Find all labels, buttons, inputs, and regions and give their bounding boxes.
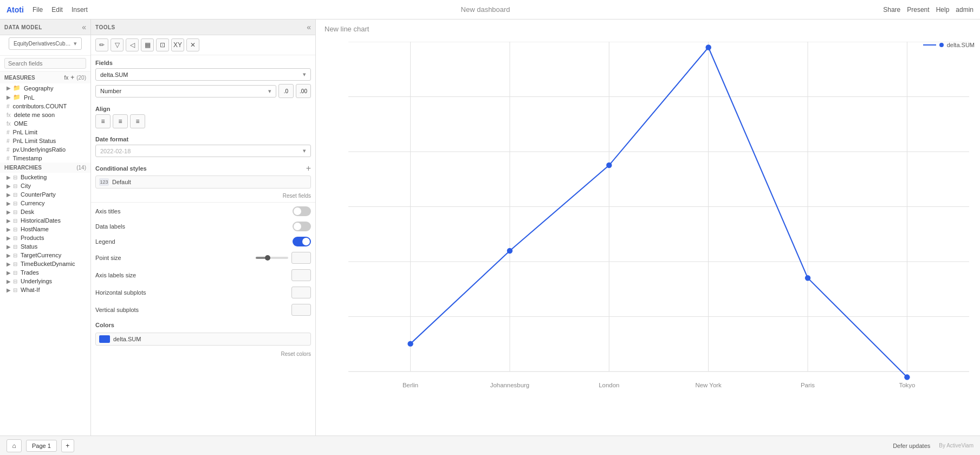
- svg-text:Berlin: Berlin: [403, 382, 418, 388]
- xy-tool-btn[interactable]: XY: [171, 38, 184, 51]
- menu-file[interactable]: File: [33, 6, 43, 14]
- hier-historical[interactable]: ▶ ⊟ HistoricalDates: [0, 216, 90, 225]
- conditional-default-row: 123 Default: [95, 176, 311, 188]
- share-button[interactable]: Share: [883, 6, 900, 14]
- datasource-dropdown[interactable]: EquityDerivativesCube - R... ▾: [9, 37, 82, 50]
- by-activview-label: By ActiveViam: [939, 443, 973, 448]
- hier-targetcurrency[interactable]: ▶ ⊟ TargetCurrency: [0, 251, 90, 259]
- menu-insert[interactable]: Insert: [72, 6, 88, 14]
- hier-timebucket[interactable]: ▶ ⊟ TimeBucketDynamic: [0, 259, 90, 268]
- fx-btn[interactable]: fx: [64, 75, 68, 81]
- topbar: Atoti File Edit Insert New dashboard Sha…: [0, 0, 980, 20]
- measure-contributors[interactable]: # contributors.COUNT: [0, 102, 90, 110]
- fields-dropdown[interactable]: delta.SUM ▾: [95, 68, 311, 81]
- pnl-limit-label: PnL Limit: [13, 129, 37, 135]
- horizontal-subplots-row: Horizontal subplots 6: [91, 284, 315, 301]
- format-dot0-btn[interactable]: .0: [278, 84, 294, 98]
- hier-desk[interactable]: ▶ ⊟ Desk: [0, 207, 90, 216]
- hier-underlyings[interactable]: ▶ ⊟ Underlyings: [0, 277, 90, 285]
- contributors-label: contributors.COUNT: [13, 103, 67, 109]
- hash-pls: #: [7, 138, 10, 144]
- hier-whatif[interactable]: ▶ ⊟ What-If: [0, 285, 90, 294]
- add-conditional-btn[interactable]: +: [306, 164, 311, 173]
- point-size-fill: [256, 257, 265, 259]
- page-label: Page 1: [32, 443, 51, 449]
- pv-label: pv.UnderlyingsRatio: [13, 146, 66, 153]
- whatif-label: What-If: [21, 287, 40, 293]
- tools-panel: TOOLS « ✏ ▽ ◁ ▦ ⊡ XY ✕ Fields delta.SUM …: [91, 20, 316, 435]
- hier-city[interactable]: ▶ ⊟ City: [0, 181, 90, 190]
- hier-counterparty[interactable]: ▶ ⊟ CounterParty: [0, 190, 90, 199]
- sort-tool-btn[interactable]: ◁: [126, 38, 139, 51]
- measures-actions: fx + (20): [64, 74, 86, 81]
- legend-text: delta.SUM: [947, 42, 975, 48]
- folder-symbol: 📁: [13, 84, 21, 92]
- point-size-input[interactable]: 4: [291, 252, 311, 264]
- date-format-value: 2022-02-18: [100, 148, 131, 154]
- menu-edit[interactable]: Edit: [51, 6, 63, 14]
- point-tokyo: [904, 374, 910, 380]
- edit-tool-btn[interactable]: ✏: [95, 38, 108, 51]
- hier-status[interactable]: ▶ ⊟ Status: [0, 242, 90, 251]
- measure-pnl-limit[interactable]: # PnL Limit: [0, 128, 90, 136]
- reset-colors-link[interactable]: Reset colors: [91, 349, 315, 359]
- hier-currency[interactable]: ▶ ⊟ Currency: [0, 199, 90, 207]
- measure-delete[interactable]: fx delete me soon: [0, 110, 90, 119]
- folder-symbol-pnl: 📁: [13, 94, 21, 101]
- add-measure-btn[interactable]: +: [70, 74, 74, 81]
- status-label: Status: [21, 243, 37, 250]
- reset-fields-link[interactable]: Reset fields: [91, 191, 315, 201]
- defer-updates-btn[interactable]: Defer updates: [893, 443, 930, 449]
- hash-pv: #: [7, 147, 10, 153]
- measure-ome[interactable]: fx OME: [0, 119, 90, 128]
- measures-pnl[interactable]: ▶ 📁 PnL: [0, 93, 90, 102]
- date-format-dropdown[interactable]: 2022-02-18 ▾: [95, 145, 311, 157]
- measure-timestamp[interactable]: # Timestamp: [0, 154, 90, 162]
- vertical-subplots-row: Vertical subplots 6: [91, 301, 315, 318]
- legend-toggle[interactable]: [293, 237, 311, 246]
- hash-pnl: #: [7, 129, 10, 135]
- hier-trades[interactable]: ▶ ⊟ Trades: [0, 268, 90, 277]
- home-btn[interactable]: ⌂: [7, 439, 22, 452]
- pnl-limit-status-label: PnL Limit Status: [13, 138, 56, 144]
- help-button[interactable]: Help: [936, 6, 950, 14]
- hier-hostname[interactable]: ▶ ⊟ HostName: [0, 225, 90, 233]
- page-tab[interactable]: Page 1: [26, 440, 57, 452]
- table-tool-btn[interactable]: ▦: [141, 38, 154, 51]
- axis-titles-toggle[interactable]: [293, 206, 311, 216]
- point-size-track[interactable]: [256, 257, 288, 259]
- hier-bucketing[interactable]: ▶ ⊟ Bucketing: [0, 173, 90, 181]
- align-left-btn[interactable]: ≡: [95, 114, 111, 128]
- hierarchies-list: ▶ ⊟ Bucketing ▶ ⊟ City ▶ ⊟ CounterParty …: [0, 173, 90, 294]
- measures-geography[interactable]: ▶ 📁 Geography: [0, 83, 90, 93]
- point-johannesburg: [507, 248, 512, 253]
- format-dot00-btn[interactable]: .00: [296, 84, 311, 98]
- vertical-subplots-input[interactable]: 6: [291, 304, 311, 316]
- measure-pv[interactable]: # pv.UnderlyingsRatio: [0, 145, 90, 154]
- cell-tool-btn[interactable]: ⊡: [156, 38, 169, 51]
- point-paris: [805, 275, 810, 281]
- collapse-left-btn[interactable]: «: [82, 23, 86, 31]
- present-button[interactable]: Present: [907, 6, 929, 14]
- user-button[interactable]: admin: [956, 6, 973, 14]
- measure-pnl-limit-status[interactable]: # PnL Limit Status: [0, 136, 90, 145]
- format-value: Number: [100, 88, 121, 94]
- align-center-btn[interactable]: ≡: [113, 114, 128, 128]
- dashboard-title: New dashboard: [96, 5, 874, 14]
- format-dropdown[interactable]: Number ▾: [95, 85, 276, 98]
- color-swatch[interactable]: [99, 335, 110, 343]
- horizontal-subplots-input[interactable]: 6: [291, 287, 311, 298]
- products-label: Products: [21, 235, 44, 241]
- hier-products[interactable]: ▶ ⊟ Products: [0, 233, 90, 242]
- close-tool-btn[interactable]: ✕: [186, 38, 199, 51]
- timestamp-label: Timestamp: [13, 155, 42, 161]
- point-size-thumb[interactable]: [265, 255, 270, 261]
- collapse-tools-btn[interactable]: «: [307, 23, 311, 31]
- add-page-btn[interactable]: +: [61, 439, 74, 452]
- filter-tool-btn[interactable]: ▽: [111, 38, 124, 51]
- measures-section-header: MEASURES fx + (20): [0, 72, 90, 83]
- search-input[interactable]: [4, 58, 86, 69]
- axis-labels-size-input[interactable]: 12: [291, 269, 311, 281]
- align-right-btn[interactable]: ≡: [130, 114, 145, 128]
- data-labels-toggle[interactable]: [293, 222, 311, 231]
